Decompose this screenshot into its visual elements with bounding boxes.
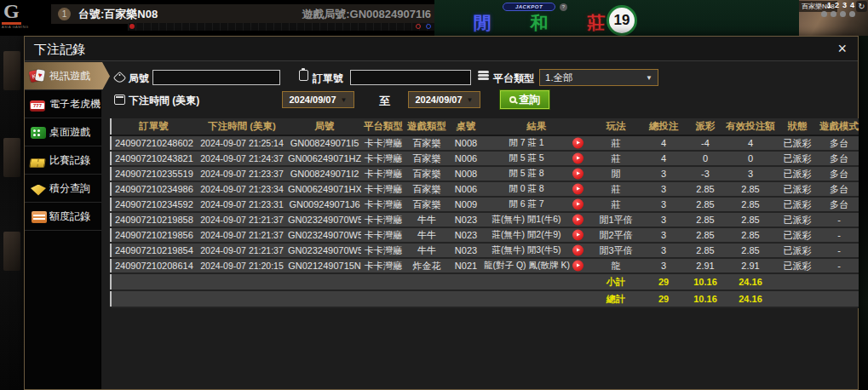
camera-dot-icon[interactable] xyxy=(840,11,846,17)
cell-platform: 卡卡灣廳 xyxy=(361,135,405,151)
cell-game-mode: - xyxy=(819,227,859,243)
table-row: 2409072102349862024-09-07 21:23:34GN0062… xyxy=(111,181,859,197)
cell-platform: 卡卡灣廳 xyxy=(361,197,405,212)
camera-dot-icon[interactable] xyxy=(831,11,836,17)
subtotal-spacer xyxy=(111,273,589,290)
camera-dot-icon[interactable] xyxy=(821,11,827,17)
game-topbar: 1 台號:百家樂N08 遊戲局號:GN008249071I6 xyxy=(51,4,434,24)
close-icon[interactable]: × xyxy=(837,39,847,58)
round-no-input[interactable] xyxy=(152,70,280,85)
platform-type-select[interactable]: 1.全部 ▼ xyxy=(539,69,658,86)
bet-records-modal: 下注記錄 × 視訊遊戲電子老虎機桌面遊戲比賽記錄積分查詢額度記錄 局號 訂單號 … xyxy=(24,36,859,390)
grand-total-mode-empty xyxy=(819,290,859,307)
cell-table-no: N006 xyxy=(448,151,484,166)
grand-total-total-bet: 29 xyxy=(642,290,685,307)
jackpot-help-icon[interactable]: ? xyxy=(560,3,567,11)
cell-game-type: 牛牛 xyxy=(405,243,448,258)
cell-total-bet: 4 xyxy=(642,151,685,166)
cell-game-mode: - xyxy=(819,243,859,258)
modal-header: 下注記錄 × xyxy=(25,37,858,61)
cell-payout: -3 xyxy=(685,166,726,181)
date-from-picker[interactable]: 2024/09/07 ▼ xyxy=(282,91,354,108)
subtotal-label: 小計 xyxy=(589,273,642,290)
camera-tab-4[interactable]: 4 xyxy=(850,1,854,9)
logo-subtext: ASIA GAMING xyxy=(2,25,39,29)
player-road-dot-icon xyxy=(426,24,431,29)
table-number-badge: 1 xyxy=(58,8,71,20)
cell-table-no: N023 xyxy=(448,212,484,227)
cell-round-no: GN006249071HZ xyxy=(288,151,361,166)
sidebar-item-slot-machines[interactable]: 電子老虎機 xyxy=(25,90,101,118)
cell-payout: 2.85 xyxy=(685,227,726,243)
column-header-6: 結果 xyxy=(484,118,589,135)
play-video-button[interactable] xyxy=(572,184,583,195)
date-to-picker[interactable]: 2024/09/07 ▼ xyxy=(408,91,480,108)
modal-body: 視訊遊戲電子老虎機桌面遊戲比賽記錄積分查詢額度記錄 局號 訂單號 平台類型 1.… xyxy=(25,62,858,389)
bet-player-button[interactable]: 閒 xyxy=(458,12,506,34)
play-video-button[interactable] xyxy=(572,199,583,210)
camera-tab-1[interactable]: 1 xyxy=(827,1,831,9)
cell-round-no: GN0212490715N xyxy=(288,258,361,273)
cell-total-bet: 3 xyxy=(642,181,685,197)
grand-total-status-empty xyxy=(775,290,819,307)
play-video-button[interactable] xyxy=(572,215,583,226)
search-button-label: 查詢 xyxy=(519,93,540,107)
column-header-2: 局號 xyxy=(288,118,361,135)
sidebar-item-points-query[interactable]: 積分查詢 xyxy=(25,175,101,203)
cell-game-mode: 多台 xyxy=(819,181,859,197)
camera-dot-icon[interactable] xyxy=(849,11,855,17)
cell-bet-time: 2024-09-07 21:21:37 xyxy=(196,227,288,243)
column-header-12: 遊戲模式 xyxy=(819,118,859,135)
cell-bet-time: 2024-09-07 21:21:37 xyxy=(196,243,288,258)
cell-round-no: GN023249070W5 xyxy=(288,243,361,258)
cell-platform: 卡卡灣廳 xyxy=(361,151,405,166)
cell-bet-time: 2024-09-07 21:23:37 xyxy=(196,166,288,181)
sidebar-item-table-games[interactable]: 桌面遊戲 xyxy=(25,118,101,146)
cell-game-mode: 多台 xyxy=(819,197,859,212)
cell-round-no: GN023249070W5 xyxy=(288,212,361,227)
play-video-button[interactable] xyxy=(572,153,583,164)
play-video-button[interactable] xyxy=(572,245,583,256)
cell-total-bet: 4 xyxy=(642,135,685,151)
camera-tab-3[interactable]: 3 xyxy=(842,1,847,9)
column-header-9: 派彩 xyxy=(685,118,726,135)
bet-records-table: 訂單號下注時間 (美東)局號平台類型遊戲類型桌號結果玩法總投注派彩有效投注額狀態… xyxy=(110,118,859,308)
cell-play-type: 閒 xyxy=(589,166,642,181)
sidebar-item-label: 積分查詢 xyxy=(49,181,90,196)
cell-total-bet: 3 xyxy=(642,212,685,227)
column-header-4: 遊戲類型 xyxy=(405,118,448,135)
cell-platform: 卡卡灣廳 xyxy=(361,166,405,181)
cell-order-no: 240907210219858 xyxy=(111,212,196,227)
cell-status: 已派彩 xyxy=(775,151,819,166)
bet-tie-button[interactable]: 和 xyxy=(515,12,563,34)
cell-table-no: N006 xyxy=(448,181,484,197)
cell-table-no: N008 xyxy=(448,166,484,181)
cards-icon xyxy=(30,69,45,83)
cell-valid-bet: 2.85 xyxy=(726,197,775,212)
camera-tab-2[interactable]: 2 xyxy=(835,1,839,9)
cell-bet-time: 2024-09-07 21:24:37 xyxy=(196,151,288,166)
sidebar-item-match-records[interactable]: 比賽記錄 xyxy=(25,146,101,175)
table-name-label: 台號:百家樂N08 xyxy=(78,7,158,22)
cell-result: 莊(無牛) 閒2(牛9) xyxy=(484,227,589,243)
cell-valid-bet: 3 xyxy=(726,166,775,181)
cell-play-type: 莊 xyxy=(589,197,642,212)
cell-result: 閒 6 莊 7 xyxy=(484,197,589,212)
cell-total-bet: 3 xyxy=(642,197,685,212)
video-thumbnail[interactable]: 百家樂N08 1234 ↻ xyxy=(799,0,868,39)
play-video-button[interactable] xyxy=(572,230,583,241)
play-video-button[interactable] xyxy=(572,261,583,272)
sidebar-item-video-games[interactable]: 視訊遊戲 xyxy=(25,62,110,90)
play-video-button[interactable] xyxy=(572,138,583,149)
search-button[interactable]: 查詢 xyxy=(500,90,549,109)
cell-payout: 2.85 xyxy=(685,212,726,227)
cell-play-type: 閒2平倍 xyxy=(589,227,642,243)
sidebar-item-label: 額度記錄 xyxy=(49,209,90,224)
order-no-input[interactable] xyxy=(350,70,471,85)
modal-title: 下注記錄 xyxy=(34,42,85,58)
refresh-icon[interactable]: ↻ xyxy=(856,1,867,12)
sidebar-item-label: 視訊遊戲 xyxy=(49,69,90,83)
sidebar-item-quota-records[interactable]: 額度記錄 xyxy=(25,203,101,231)
play-video-button[interactable] xyxy=(572,169,583,180)
cell-payout: -4 xyxy=(685,135,726,151)
